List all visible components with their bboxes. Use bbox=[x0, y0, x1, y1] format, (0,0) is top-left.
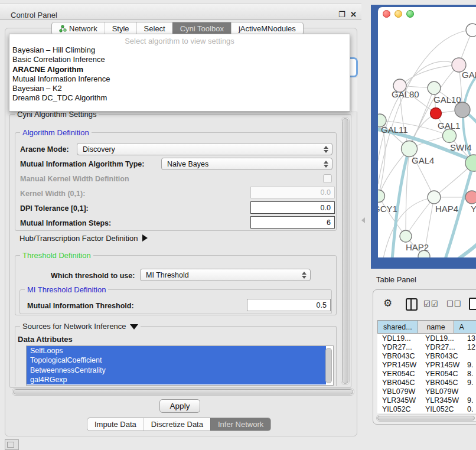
node-table-body: YDL19...YDL19...13 YDR27...YDR27...12 YB… bbox=[377, 334, 476, 413]
aracne-mode-combobox[interactable]: Discovery bbox=[77, 143, 332, 155]
mi-algorithm-type-combobox[interactable]: Naive Bayes bbox=[161, 158, 332, 170]
table-row[interactable]: YDL19...YDL19...13 bbox=[377, 334, 476, 343]
network-node[interactable] bbox=[466, 24, 476, 37]
mac-close-icon[interactable] bbox=[383, 10, 390, 18]
tab-style[interactable]: Style bbox=[105, 22, 136, 35]
network-node-hap2[interactable] bbox=[400, 230, 412, 242]
settings-vertical-scrollbar[interactable] bbox=[341, 117, 350, 385]
combo-arrows-icon bbox=[324, 161, 328, 168]
mi-steps-label: Mutual Information Steps: bbox=[20, 219, 111, 227]
kernel-width-field[interactable]: 0.0 bbox=[250, 187, 335, 198]
node-table: shared... name A bbox=[377, 320, 476, 334]
mi-threshold-label: Mutual Information Threshold: bbox=[27, 302, 134, 310]
aracne-mode-label: Aracne Mode: bbox=[20, 145, 69, 154]
network-graph-canvas[interactable]: GAL GAL80 GAL10 GAL1 GAL11 SWI4 GAL4 GCY… bbox=[378, 21, 476, 257]
list-item-topologicalcoefficient[interactable]: TopologicalCoefficient bbox=[27, 356, 326, 365]
combo-arrows-icon bbox=[324, 146, 328, 153]
network-node-hap4[interactable] bbox=[428, 191, 441, 204]
table-row[interactable]: YDR27...YDR27...12 bbox=[377, 343, 476, 351]
list-item-selfloops[interactable]: SelfLoops bbox=[27, 346, 326, 356]
menu-item-dream8[interactable]: Dream8 DC_TDC Algorithm bbox=[9, 93, 350, 103]
menu-item-aracne[interactable]: ARACNE Algorithm bbox=[9, 65, 350, 74]
network-node-gcy1[interactable] bbox=[378, 190, 385, 203]
sources-group-title[interactable]: Sources for Network Inference bbox=[20, 322, 141, 331]
node-label: HAP4 bbox=[435, 204, 458, 214]
table-row[interactable]: YBL079WYBL079W bbox=[377, 387, 476, 396]
select-all-checkboxes-icon[interactable]: ☑☑ bbox=[423, 299, 438, 308]
which-threshold-label: Which threshold to use: bbox=[51, 272, 135, 280]
close-window-icon[interactable]: ✕ bbox=[350, 11, 357, 19]
tab-impute-data[interactable]: Impute Data bbox=[87, 418, 144, 431]
network-node-gal1[interactable] bbox=[443, 129, 457, 143]
tab-infer-network[interactable]: Infer Network bbox=[210, 418, 270, 431]
algorithm-dropdown-menu: Select algorithm to view settings Bayesi… bbox=[9, 34, 350, 112]
network-node-selected-red[interactable] bbox=[431, 108, 442, 119]
mi-steps-field[interactable]: 6 bbox=[250, 216, 335, 229]
mac-minimize-icon[interactable] bbox=[395, 10, 402, 18]
list-item-gal4rgexp[interactable]: gal4RGexp bbox=[27, 375, 326, 384]
dpi-tolerance-field[interactable]: 0.0 bbox=[250, 201, 335, 214]
tab-cyni-toolbox[interactable]: Cyni Toolbox bbox=[172, 22, 231, 35]
cyni-bottom-tabs: Impute Data Discretize Data Infer Networ… bbox=[87, 418, 271, 431]
network-icon bbox=[59, 25, 67, 32]
list-item-betweennesscentrality[interactable]: BetweennessCentrality bbox=[27, 366, 326, 375]
mi-threshold-definition-title: MI Threshold Definition bbox=[25, 285, 108, 294]
hub-definition-expander[interactable]: Hub/Transcription Factor Definition bbox=[19, 234, 148, 243]
deselect-all-checkboxes-icon[interactable]: ☐☐ bbox=[446, 299, 461, 308]
list-vertical-scrollbar[interactable] bbox=[325, 348, 332, 383]
column-header-name[interactable]: name bbox=[418, 321, 454, 334]
mi-algorithm-type-label: Mutual Information Algorithm Type: bbox=[20, 160, 144, 168]
tab-select[interactable]: Select bbox=[136, 22, 172, 35]
node-label: GAL80 bbox=[392, 89, 419, 99]
mac-zoom-icon[interactable] bbox=[406, 10, 414, 18]
manual-kernel-width-label: Manual Kernel Width Definition bbox=[20, 175, 129, 183]
control-panel-titlebar: Control Panel ❐ ✕ bbox=[0, 4, 361, 20]
table-row[interactable]: YLR345WYLR345W9. bbox=[377, 396, 476, 405]
which-threshold-combobox[interactable]: MI Threshold bbox=[140, 269, 311, 281]
tab-jactivemnodules[interactable]: jActiveMNodules bbox=[231, 22, 303, 35]
settings-horizontal-scrollbar[interactable] bbox=[12, 388, 354, 396]
network-node-gal10[interactable] bbox=[428, 81, 441, 94]
split-columns-icon[interactable] bbox=[406, 298, 418, 311]
split-pane-collapse-icon[interactable] bbox=[361, 217, 365, 223]
tab-network[interactable]: Network bbox=[52, 22, 105, 35]
table-row[interactable]: YBR045CYBR045C9. bbox=[377, 378, 476, 387]
algorithm-definition-title: Algorithm Definition bbox=[20, 128, 92, 137]
gear-icon[interactable]: ⚙ bbox=[383, 298, 392, 308]
menu-item-bayesian-k2[interactable]: Bayesian – K2 bbox=[9, 84, 350, 93]
node-label: GAL10 bbox=[433, 94, 461, 105]
hidden-groupbox-fragment bbox=[351, 77, 357, 112]
float-window-icon[interactable]: ❐ bbox=[338, 11, 345, 19]
tab-network-label: Network bbox=[69, 22, 97, 35]
network-node-salmon[interactable] bbox=[465, 191, 476, 204]
table-row[interactable]: YBR043CYBR043C bbox=[377, 351, 476, 360]
network-node-gal4[interactable] bbox=[402, 141, 418, 157]
mi-threshold-field[interactable]: 0.5 bbox=[247, 299, 331, 311]
data-attributes-label: Data Attributes bbox=[18, 335, 73, 344]
table-row[interactable]: YER054CYER054C8. bbox=[377, 369, 476, 378]
node-label: GAL1 bbox=[438, 120, 460, 131]
apply-button[interactable]: Apply bbox=[159, 399, 200, 413]
table-panel-window: ⚙ ☑☑ ☐☐ shared... name A bbox=[373, 289, 476, 425]
new-table-icon[interactable] bbox=[469, 298, 476, 310]
menu-item-bayesian-hill[interactable]: Bayesian – Hill Climbing bbox=[9, 45, 350, 55]
network-canvas-window: GAL GAL80 GAL10 GAL1 GAL11 SWI4 GAL4 GCY… bbox=[378, 7, 476, 257]
node-label: HAP2 bbox=[406, 242, 429, 252]
menu-item-basic-correlation[interactable]: Basic Correlation Inference bbox=[9, 55, 350, 64]
table-horizontal-scrollbar[interactable] bbox=[376, 415, 476, 422]
table-row-partial[interactable]: YIL052CYIL052C0. bbox=[377, 405, 476, 413]
table-row[interactable]: YPR145WYPR145W9. bbox=[377, 360, 476, 369]
threshold-definition-title: Threshold Definition bbox=[20, 251, 93, 260]
expand-right-icon bbox=[142, 234, 148, 242]
network-view-window[interactable]: GAL GAL80 GAL10 GAL1 GAL11 SWI4 GAL4 GCY… bbox=[371, 5, 476, 269]
tab-discretize-data[interactable]: Discretize Data bbox=[144, 418, 210, 431]
menu-item-mutual-information[interactable]: Mutual Information Inference bbox=[9, 74, 350, 84]
column-header-third[interactable]: A bbox=[454, 321, 476, 334]
collapse-down-icon bbox=[130, 324, 138, 330]
kernel-width-label: Kernel Width (0,1): bbox=[20, 190, 85, 198]
column-header-shared-name[interactable]: shared... bbox=[378, 321, 418, 334]
data-attributes-list[interactable]: SelfLoops TopologicalCoefficient Between… bbox=[26, 345, 334, 386]
minimized-panel-icon[interactable] bbox=[5, 439, 19, 450]
dpi-tolerance-label: DPI Tolerance [0,1]: bbox=[20, 204, 89, 213]
manual-kernel-width-checkbox[interactable] bbox=[323, 174, 332, 183]
